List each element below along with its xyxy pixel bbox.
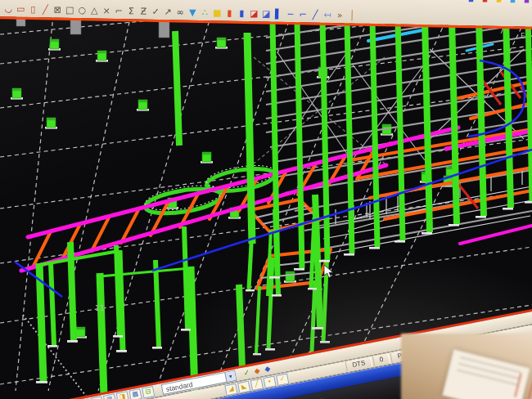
snap-corner-icon[interactable]: ◢ (224, 383, 237, 395)
render-tool-icon[interactable]: ▪ (521, 0, 532, 7)
drawing-doc-icon[interactable]: ▭ (15, 3, 26, 16)
phase-orange-icon[interactable]: ◆ (252, 366, 263, 377)
apply-check-icon[interactable]: ✓ (241, 368, 252, 379)
work-area-icon[interactable]: ■ (211, 7, 223, 19)
select-bolts-icon[interactable]: ▦ (128, 388, 142, 399)
grid-tool-icon[interactable]: ▪ (479, 0, 490, 6)
chevron-down-icon[interactable]: ▾ (224, 371, 236, 382)
camera-tool-icon[interactable]: ▪ (507, 0, 518, 6)
snap-confirm-icon[interactable]: ✓ (150, 6, 161, 18)
part-view-red-icon[interactable]: ◪ (248, 7, 259, 20)
snap-intersection-icon[interactable]: × (101, 5, 112, 17)
beam-tool-icon[interactable]: ─ (285, 8, 296, 20)
curved-beam-tool-icon[interactable]: ╱ (309, 9, 321, 21)
snap-extension-icon[interactable]: ↗ (162, 6, 174, 18)
filter-funnel-icon[interactable]: ▼ (187, 7, 198, 19)
end-bar-icon[interactable]: │ (346, 9, 358, 21)
snap-midpoint-icon[interactable]: △ (88, 4, 100, 16)
snap-dot-icon[interactable]: ∙ (263, 375, 276, 388)
column-tool-icon[interactable]: ▌ (273, 8, 284, 20)
top-toolbar-icons: ◡▭▯╱⊠□○△×⌐ΣƵ✓↗∞▼∴■▮▮◪◪▌─⌐╱↤»│ (2, 2, 358, 21)
snap-center-icon[interactable]: ○ (76, 4, 88, 16)
point-cloud-icon[interactable]: ∴ (199, 7, 210, 19)
window-tool-icon[interactable]: ▪ (465, 0, 476, 5)
monitor-photo: 3 7 5 7 E 11 ▪▪▪▪▪▪ ◡▭▯╱⊠□○△×⌐ΣƵ✓↗ (0, 0, 532, 399)
fast-forward-icon[interactable]: » (334, 9, 345, 21)
polybeam-tool-icon[interactable]: ⌐ (297, 8, 309, 20)
background-papers (401, 334, 532, 399)
snap-slash-icon[interactable]: ╱ (250, 378, 264, 390)
create-point-blue-icon[interactable]: ▮ (236, 7, 247, 20)
measure-icon[interactable]: ╱ (39, 3, 51, 16)
select-points-icon[interactable]: ▤ (90, 396, 103, 399)
report-doc-icon[interactable]: ▯ (27, 3, 38, 16)
asus-logo: ASUS (288, 396, 329, 399)
select-welds-icon[interactable]: ◨ (116, 391, 129, 399)
create-point-red-icon[interactable]: ▮ (223, 7, 235, 19)
snap-tri-icon[interactable]: ◣ (237, 380, 250, 392)
binoculars-icon[interactable]: ∞ (174, 6, 186, 18)
snap-perpendicular-icon[interactable]: ⌐ (113, 5, 124, 17)
orthogonal-tool-icon[interactable]: ↤ (322, 9, 333, 21)
select-views-icon[interactable]: ⊟ (142, 386, 155, 398)
part-view-blue-icon[interactable]: ◪ (260, 7, 272, 20)
snap-ok-icon[interactable]: ✓ (276, 373, 289, 385)
snap-geometry-icon[interactable]: ⊠ (52, 3, 63, 16)
snap-sum-icon[interactable]: Σ (125, 5, 137, 17)
select-lines-icon[interactable]: ▥ (103, 393, 116, 399)
phase-blue-icon[interactable]: ◆ (263, 364, 273, 374)
snap-endpoint-icon[interactable]: □ (64, 4, 75, 16)
view-tool-icon[interactable]: ▪ (493, 0, 504, 6)
fit-work-area-icon[interactable]: ◡ (2, 2, 14, 15)
snap-nearest-icon[interactable]: Ƶ (138, 5, 149, 17)
